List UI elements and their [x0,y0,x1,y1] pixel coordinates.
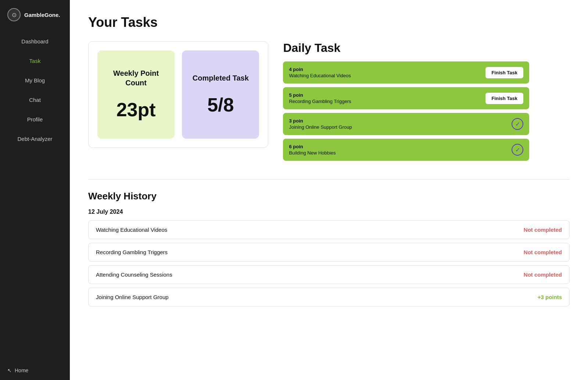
page-title: Your Tasks [88,15,570,30]
history-item-1-status: Not completed [524,227,562,233]
history-item-4-name: Joining Online Support Group [96,294,169,300]
task4-check-icon: ✓ [512,144,523,156]
main-content: Your Tasks Weekly Point Count 23pt Compl… [70,0,588,380]
completed-task-label: Completed Task [193,73,249,83]
task-summary-container: Weekly Point Count 23pt Completed Task 5… [88,41,268,148]
weekly-points-value: 23pt [116,99,156,121]
section-divider [88,179,570,180]
task2-name: Recording Gambling Triggers [289,99,351,104]
history-date: 12 July 2024 [88,209,570,215]
daily-task-item-3: 3 poin Joining Online Support Group ✓ [283,113,529,135]
daily-task-section: Daily Task 4 poin Watching Educational V… [283,41,529,164]
task4-points: 6 poin [289,144,336,149]
weekly-points-label: Weekly Point Count [105,68,167,88]
logo-icon: ⊙ [7,8,21,21]
weekly-history-title: Weekly History [88,191,570,202]
home-label: Home [15,367,28,373]
weekly-points-card: Weekly Point Count 23pt [97,50,175,139]
history-item-3: Attending Counseling Sessions Not comple… [88,265,570,284]
sidebar-item-debt-analyzer[interactable]: Debt-Analyzer [0,129,70,149]
history-item-1-name: Watching Educational Videos [96,227,167,233]
task3-name: Joining Online Support Group [289,124,352,130]
history-item-2-status: Not completed [524,249,562,255]
sidebar-item-dashboard[interactable]: Dashboard [0,32,70,51]
task3-check-icon: ✓ [512,118,523,130]
sidebar: ⊙ GambleGone. Dashboard Task My Blog Cha… [0,0,70,380]
logo-area: ⊙ GambleGone. [0,0,70,32]
weekly-history-section: Weekly History 12 July 2024 Watching Edu… [88,179,570,306]
app-name: GambleGone. [24,12,60,18]
daily-task-item-1: 4 poin Watching Educational Videos Finis… [283,61,529,84]
home-icon: ↖ [7,367,12,373]
history-item-3-status: Not completed [524,271,562,278]
completed-task-card: Completed Task 5/8 [182,50,259,139]
task4-name: Building New Hobbies [289,150,336,156]
completed-task-value: 5/8 [207,94,234,116]
sidebar-item-profile[interactable]: Profile [0,110,70,129]
task3-points: 3 poin [289,118,352,124]
sidebar-item-task[interactable]: Task [0,51,70,71]
daily-task-item-4: 6 poin Building New Hobbies ✓ [283,139,529,161]
daily-task-title: Daily Task [283,41,529,55]
history-item-3-name: Attending Counseling Sessions [96,271,172,278]
sidebar-nav: Dashboard Task My Blog Chat Profile Debt… [0,32,70,149]
history-item-2: Recording Gambling Triggers Not complete… [88,243,570,262]
sidebar-item-my-blog[interactable]: My Blog [0,71,70,90]
history-item-1: Watching Educational Videos Not complete… [88,220,570,239]
task2-points: 5 poin [289,92,351,98]
history-item-4: Joining Online Support Group +3 points [88,288,570,306]
home-button[interactable]: ↖ Home [0,361,70,380]
finish-task-button-1[interactable]: Finish Task [485,67,523,78]
daily-task-item-2: 5 poin Recording Gambling Triggers Finis… [283,87,529,109]
history-item-4-status: +3 points [538,294,562,300]
finish-task-button-2[interactable]: Finish Task [485,93,523,104]
sidebar-item-chat[interactable]: Chat [0,90,70,110]
task1-name: Watching Educational Videos [289,73,351,78]
history-item-2-name: Recording Gambling Triggers [96,249,168,255]
task1-points: 4 poin [289,67,351,72]
